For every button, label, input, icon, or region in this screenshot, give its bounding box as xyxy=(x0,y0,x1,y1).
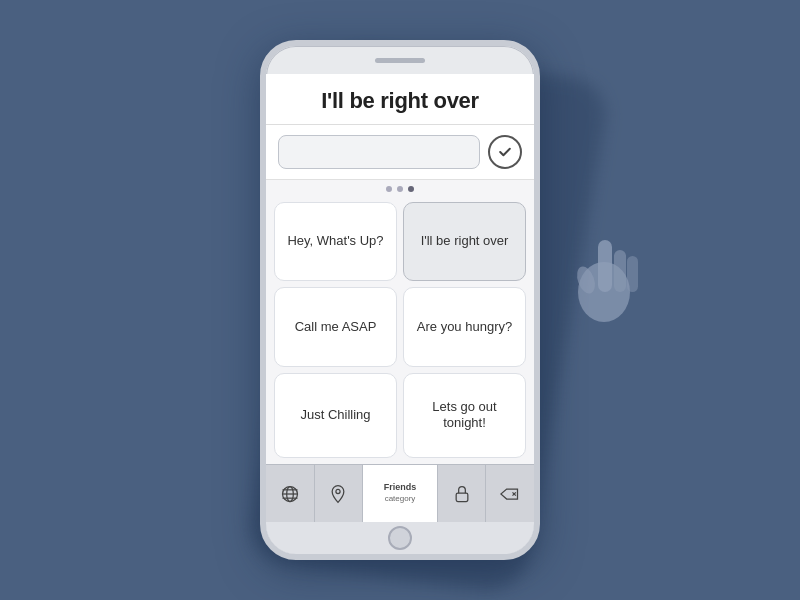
input-row xyxy=(266,125,534,180)
friends-category-button[interactable]: Friends category xyxy=(363,465,438,522)
dot-1 xyxy=(386,186,392,192)
phone-top xyxy=(266,46,534,74)
svg-point-9 xyxy=(578,262,630,322)
speaker xyxy=(375,58,425,63)
reply-hey[interactable]: Hey, What's Up? xyxy=(274,202,397,281)
confirm-button[interactable] xyxy=(488,135,522,169)
dot-3 xyxy=(408,186,414,192)
phone-content: I'll be right over Hey, What's Up? I'll … xyxy=(266,74,534,522)
reply-right-over[interactable]: I'll be right over xyxy=(403,202,526,281)
replies-grid: Hey, What's Up? I'll be right over Call … xyxy=(266,196,534,464)
keyboard-toolbar: Friends category xyxy=(266,464,534,522)
phone: I'll be right over Hey, What's Up? I'll … xyxy=(260,40,540,560)
globe-button[interactable] xyxy=(266,465,315,522)
svg-rect-11 xyxy=(614,250,626,292)
dots-row xyxy=(266,180,534,196)
delete-button[interactable] xyxy=(486,465,534,522)
phone-bottom xyxy=(266,522,534,554)
svg-point-5 xyxy=(336,489,340,493)
svg-rect-6 xyxy=(456,493,468,501)
svg-rect-12 xyxy=(627,256,638,292)
dot-2 xyxy=(397,186,403,192)
svg-rect-10 xyxy=(598,240,612,292)
home-button[interactable] xyxy=(388,526,412,550)
location-button[interactable] xyxy=(315,465,364,522)
title-area: I'll be right over xyxy=(266,74,534,125)
friends-sublabel: category xyxy=(385,495,416,504)
reply-chilling[interactable]: Just Chilling xyxy=(274,373,397,458)
friends-label: Friends xyxy=(384,483,417,493)
message-input[interactable] xyxy=(278,135,480,169)
reply-call-me[interactable]: Call me ASAP xyxy=(274,287,397,366)
reply-hungry[interactable]: Are you hungry? xyxy=(403,287,526,366)
reply-tonight[interactable]: Lets go out tonight! xyxy=(403,373,526,458)
page-title: I'll be right over xyxy=(282,88,518,114)
lock-button[interactable] xyxy=(438,465,487,522)
